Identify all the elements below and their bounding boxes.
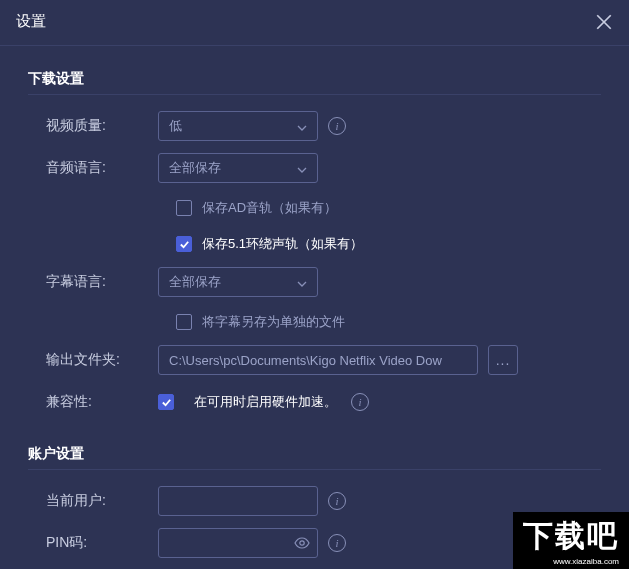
- compatibility-label: 兼容性:: [28, 393, 158, 411]
- save-ad-label: 保存AD音轨（如果有）: [202, 199, 337, 217]
- audio-language-label: 音频语言:: [28, 159, 158, 177]
- pin-code-label: PIN码:: [28, 534, 158, 552]
- current-user-label: 当前用户:: [28, 492, 158, 510]
- current-user-input[interactable]: [158, 486, 318, 516]
- close-icon[interactable]: [595, 13, 613, 31]
- info-icon[interactable]: i: [328, 534, 346, 552]
- dialog-title: 设置: [16, 12, 46, 31]
- save-ad-checkbox[interactable]: [176, 200, 192, 216]
- save-51-checkbox[interactable]: [176, 236, 192, 252]
- info-icon[interactable]: i: [351, 393, 369, 411]
- section-account-settings: 账户设置: [28, 435, 601, 470]
- chevron-down-icon: [297, 275, 307, 290]
- audio-language-value: 全部保存: [169, 159, 221, 177]
- video-quality-value: 低: [169, 117, 182, 135]
- subtitle-separate-label: 将字幕另存为单独的文件: [202, 313, 345, 331]
- hardware-accel-checkbox[interactable]: [158, 394, 174, 410]
- output-folder-label: 输出文件夹:: [28, 351, 158, 369]
- subtitle-language-select[interactable]: 全部保存: [158, 267, 318, 297]
- hardware-accel-label: 在可用时启用硬件加速。: [194, 393, 337, 411]
- subtitle-language-label: 字幕语言:: [28, 273, 158, 291]
- audio-language-select[interactable]: 全部保存: [158, 153, 318, 183]
- info-icon[interactable]: i: [328, 117, 346, 135]
- subtitle-language-value: 全部保存: [169, 273, 221, 291]
- info-icon[interactable]: i: [328, 492, 346, 510]
- eye-icon[interactable]: [294, 535, 310, 551]
- svg-point-2: [300, 541, 304, 545]
- chevron-down-icon: [297, 119, 307, 134]
- browse-button[interactable]: ...: [488, 345, 518, 375]
- output-folder-input[interactable]: C:\Users\pc\Documents\Kigo Netflix Video…: [158, 345, 478, 375]
- section-download-settings: 下载设置: [28, 60, 601, 95]
- subtitle-separate-checkbox[interactable]: [176, 314, 192, 330]
- save-51-label: 保存5.1环绕声轨（如果有）: [202, 235, 363, 253]
- video-quality-select[interactable]: 低: [158, 111, 318, 141]
- chevron-down-icon: [297, 161, 307, 176]
- video-quality-label: 视频质量:: [28, 117, 158, 135]
